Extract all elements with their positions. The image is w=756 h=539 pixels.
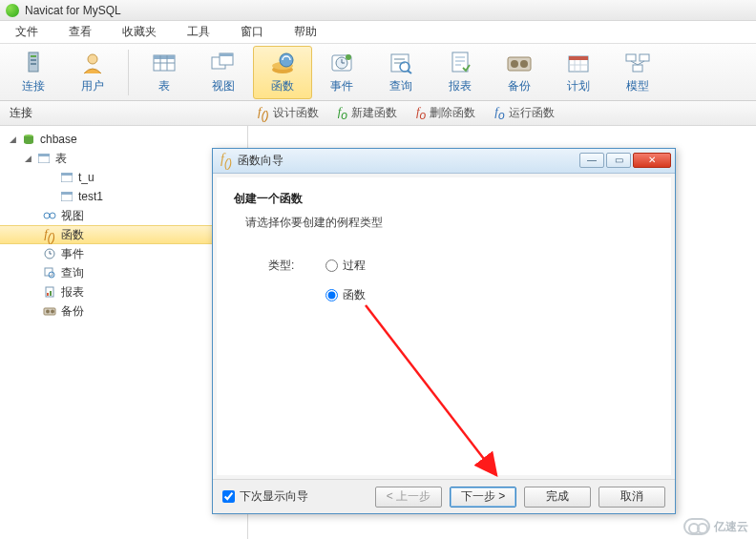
toolbar-view[interactable]: 视图 <box>194 46 253 99</box>
watermark-logo-icon <box>683 518 710 535</box>
svg-rect-38 <box>626 54 636 61</box>
menu-view[interactable]: 查看 <box>53 24 107 40</box>
show-again-checkbox[interactable]: 下次显示向导 <box>222 488 368 505</box>
dialog-title: 函数向导 <box>238 153 579 169</box>
menu-favorites[interactable]: 收藏夹 <box>107 24 172 40</box>
fx-icon: f() <box>258 104 269 122</box>
table-icon <box>36 152 52 165</box>
toolbar-query[interactable]: 查询 <box>371 46 430 99</box>
prev-button: < 上一步 <box>375 487 442 508</box>
tree-reports[interactable]: 报表 <box>0 282 247 301</box>
radio-function[interactable]: 函数 <box>326 287 366 303</box>
function-icon <box>269 50 296 76</box>
event-icon <box>328 50 355 76</box>
svg-rect-3 <box>31 63 36 65</box>
tree-functions[interactable]: f() 函数 <box>0 225 247 244</box>
function-wizard-dialog: f() 函数向导 — ▭ ✕ 创建一个函数 请选择你要创建的例程类型 类型: 过… <box>212 148 676 514</box>
cancel-button[interactable]: 取消 <box>598 487 665 508</box>
collapse-icon: ◢ <box>8 135 17 144</box>
tree-events[interactable]: 事件 <box>0 244 247 263</box>
toolbar-user[interactable]: 用户 <box>63 46 122 99</box>
toolbar-report[interactable]: 报表 <box>430 46 490 99</box>
svg-line-25 <box>408 71 411 73</box>
fx-icon: fo <box>416 104 426 122</box>
database-icon <box>21 133 36 146</box>
svg-point-20 <box>346 54 351 60</box>
toolbar-backup[interactable]: 备份 <box>490 46 549 99</box>
svg-point-32 <box>520 60 528 68</box>
sub-toolbar: 连接 f()设计函数 fo新建函数 fo删除函数 fo运行函数 <box>0 101 756 126</box>
dialog-footer: 下次显示向导 < 上一步 下一步 > 完成 取消 <box>213 479 675 513</box>
menu-help[interactable]: 帮助 <box>279 24 332 40</box>
menu-tools[interactable]: 工具 <box>172 24 225 40</box>
svg-rect-40 <box>633 65 642 72</box>
toolbar-function[interactable]: 函数 <box>253 46 312 99</box>
fx-icon: f() <box>220 152 232 170</box>
server-icon <box>20 50 47 76</box>
next-button[interactable]: 下一步 > <box>450 487 516 508</box>
watermark-text: 亿速云 <box>714 519 748 535</box>
toolbar-model[interactable]: 模型 <box>608 46 667 99</box>
query-icon <box>42 266 57 280</box>
svg-rect-26 <box>452 52 468 72</box>
svg-rect-34 <box>569 56 588 60</box>
action-new-function[interactable]: fo新建函数 <box>328 104 407 122</box>
toolbar-event[interactable]: 事件 <box>312 46 371 99</box>
svg-rect-49 <box>61 192 73 195</box>
toolbar-connection[interactable]: 连接 <box>4 46 63 99</box>
connection-label: 连接 <box>0 105 248 121</box>
action-design-function[interactable]: f()设计函数 <box>248 104 328 122</box>
menu-window[interactable]: 窗口 <box>225 24 279 40</box>
svg-point-61 <box>46 310 50 314</box>
backup-icon <box>42 304 57 318</box>
query-icon <box>388 50 414 76</box>
report-icon <box>42 285 57 299</box>
table-icon <box>59 190 74 203</box>
svg-rect-39 <box>640 54 649 61</box>
tree-views[interactable]: 视图 <box>0 206 247 225</box>
action-run-function[interactable]: fo运行函数 <box>485 104 563 122</box>
app-title: Navicat for MySQL <box>25 4 121 17</box>
tree-queries[interactable]: 查询 <box>0 263 247 282</box>
svg-rect-47 <box>61 173 73 176</box>
sidebar: ◢ chbase ◢ 表 t_u test1 视图 f() 函数 事件 <box>0 126 248 539</box>
maximize-button[interactable]: ▭ <box>606 153 631 168</box>
view-icon <box>210 50 237 76</box>
svg-rect-12 <box>220 53 233 56</box>
tree-table-test1[interactable]: test1 <box>0 187 247 206</box>
report-icon <box>447 50 473 76</box>
event-icon <box>42 247 57 260</box>
tree-table-tu[interactable]: t_u <box>0 168 247 187</box>
radio-procedure[interactable]: 过程 <box>326 258 366 274</box>
svg-rect-1 <box>31 55 36 57</box>
menu-file[interactable]: 文件 <box>0 24 53 40</box>
menubar: 文件 查看 收藏夹 工具 窗口 帮助 <box>0 21 756 44</box>
app-icon <box>6 4 19 17</box>
backup-icon <box>506 50 533 76</box>
svg-point-62 <box>51 310 54 314</box>
svg-rect-58 <box>47 293 49 296</box>
tree-tables[interactable]: ◢ 表 <box>0 149 247 168</box>
schedule-icon <box>565 50 592 76</box>
toolbar-table[interactable]: 表 <box>135 46 194 99</box>
toolbar: 连接 用户 表 视图 函数 事件 查询 报表 备份 计划 模型 <box>0 44 756 101</box>
svg-rect-45 <box>38 154 50 156</box>
svg-line-42 <box>638 61 644 65</box>
action-delete-function[interactable]: fo删除函数 <box>407 104 485 122</box>
fx-icon: fo <box>338 104 347 122</box>
svg-point-15 <box>280 53 293 67</box>
svg-rect-59 <box>50 291 52 296</box>
svg-rect-2 <box>31 59 36 61</box>
close-button[interactable]: ✕ <box>633 153 671 168</box>
finish-button[interactable]: 完成 <box>524 487 591 508</box>
user-icon <box>79 50 106 76</box>
dialog-titlebar[interactable]: f() 函数向导 — ▭ ✕ <box>213 149 675 174</box>
tree-db[interactable]: ◢ chbase <box>0 130 247 149</box>
table-icon <box>59 171 74 184</box>
minimize-button[interactable]: — <box>579 153 604 168</box>
svg-rect-6 <box>154 55 175 59</box>
tree-backups[interactable]: 备份 <box>0 301 247 321</box>
function-icon: f() <box>42 228 57 241</box>
toolbar-schedule[interactable]: 计划 <box>549 46 608 99</box>
titlebar: Navicat for MySQL <box>0 0 756 21</box>
